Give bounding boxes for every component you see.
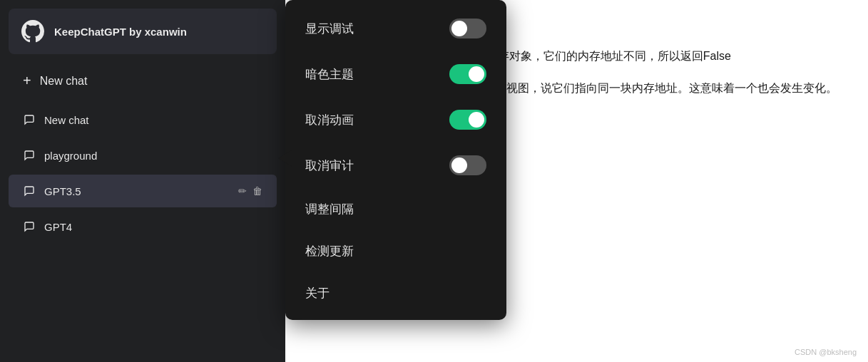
trash-icon[interactable]: 🗑 xyxy=(252,185,262,197)
toggle-cancel-audit[interactable] xyxy=(449,155,486,175)
chat-item-actions: ✏ 🗑 xyxy=(238,185,262,197)
app-container: KeepChatGPT by xcanwin + New chat New ch… xyxy=(0,0,868,362)
dropdown-label-cancel-animation: 取消动画 xyxy=(305,112,354,128)
sidebar-header[interactable]: KeepChatGPT by xcanwin xyxy=(9,9,277,54)
toggle-knob-dark-theme xyxy=(469,66,484,82)
dropdown-label-check-update: 检测更新 xyxy=(305,243,354,259)
toggle-knob-cancel-audit xyxy=(451,157,467,173)
new-chat-button[interactable]: + New chat xyxy=(9,63,277,99)
sidebar-item-playground-label: playground xyxy=(44,150,97,162)
github-icon xyxy=(20,19,46,44)
sidebar: KeepChatGPT by xcanwin + New chat New ch… xyxy=(0,0,285,362)
toggle-knob-cancel-animation xyxy=(469,112,484,128)
toggle-knob-show-debug xyxy=(451,21,467,36)
csdn-watermark: CSDN @bksheng xyxy=(795,348,857,356)
chat-bubble-icon-3 xyxy=(23,185,36,197)
edit-icon[interactable]: ✏ xyxy=(238,185,247,197)
toggle-dark-theme[interactable] xyxy=(449,64,486,84)
dropdown-label-adjust-interval: 调整间隔 xyxy=(305,201,354,217)
toggle-cancel-animation[interactable] xyxy=(449,110,486,130)
sidebar-title: KeepChatGPT by xcanwin xyxy=(54,26,187,38)
sidebar-item-gpt35[interactable]: GPT3.5 ✏ 🗑 xyxy=(9,175,277,207)
dropdown-item-adjust-interval[interactable]: 调整间隔 xyxy=(285,188,506,230)
dropdown-item-about[interactable]: 关于 xyxy=(285,272,506,314)
dropdown-arrow xyxy=(278,150,292,167)
dropdown-item-cancel-animation[interactable]: 取消动画 xyxy=(285,97,506,143)
dropdown-label-dark-theme: 暗色主题 xyxy=(305,66,354,83)
sidebar-item-new-chat[interactable]: New chat xyxy=(9,103,277,136)
dropdown-label-about: 关于 xyxy=(305,285,330,301)
sidebar-item-gpt4-label: GPT4 xyxy=(44,221,72,233)
dropdown-label-cancel-audit: 取消审计 xyxy=(305,157,354,174)
sidebar-item-gpt35-label: GPT3.5 xyxy=(44,185,81,197)
dropdown-item-cancel-audit[interactable]: 取消审计 xyxy=(285,143,506,188)
chat-bubble-icon-4 xyxy=(23,220,36,233)
dropdown-item-dark-theme[interactable]: 暗色主题 xyxy=(285,51,506,97)
chat-bubble-icon-2 xyxy=(23,149,36,162)
plus-icon: + xyxy=(23,73,31,89)
sidebar-item-playground[interactable]: playground xyxy=(9,139,277,172)
chat-bubble-icon xyxy=(23,113,36,126)
sidebar-item-gpt4[interactable]: GPT4 xyxy=(9,210,277,243)
sidebar-item-new-chat-label: New chat xyxy=(44,114,89,126)
new-chat-label: New chat xyxy=(40,75,88,88)
toggle-show-debug[interactable] xyxy=(449,19,486,38)
dropdown-item-show-debug[interactable]: 显示调试 xyxy=(285,6,506,51)
settings-dropdown: 显示调试 暗色主题 取消动画 取消审计 调整间隔 xyxy=(285,0,506,320)
dropdown-label-show-debug: 显示调试 xyxy=(305,21,354,37)
dropdown-item-check-update[interactable]: 检测更新 xyxy=(285,230,506,272)
